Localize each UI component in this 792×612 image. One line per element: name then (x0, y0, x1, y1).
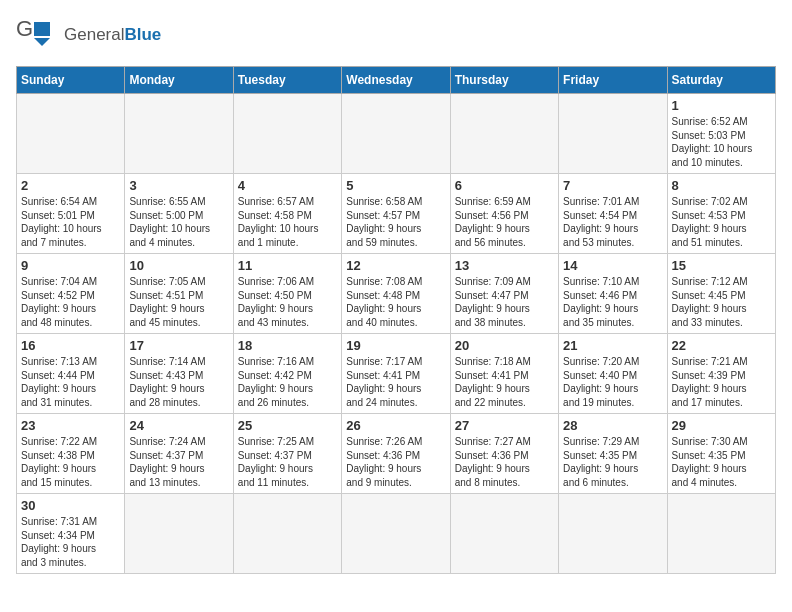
header-wednesday: Wednesday (342, 67, 450, 94)
day-cell: 4Sunrise: 6:57 AM Sunset: 4:58 PM Daylig… (233, 174, 341, 254)
day-info: Sunrise: 7:06 AM Sunset: 4:50 PM Dayligh… (238, 275, 337, 329)
day-cell: 15Sunrise: 7:12 AM Sunset: 4:45 PM Dayli… (667, 254, 775, 334)
day-info: Sunrise: 7:22 AM Sunset: 4:38 PM Dayligh… (21, 435, 120, 489)
day-number: 8 (672, 178, 771, 193)
day-number: 29 (672, 418, 771, 433)
day-cell: 24Sunrise: 7:24 AM Sunset: 4:37 PM Dayli… (125, 414, 233, 494)
day-info: Sunrise: 7:29 AM Sunset: 4:35 PM Dayligh… (563, 435, 662, 489)
week-row-5: 30Sunrise: 7:31 AM Sunset: 4:34 PM Dayli… (17, 494, 776, 574)
day-number: 22 (672, 338, 771, 353)
day-cell: 17Sunrise: 7:14 AM Sunset: 4:43 PM Dayli… (125, 334, 233, 414)
day-cell (450, 494, 558, 574)
calendar-table: SundayMondayTuesdayWednesdayThursdayFrid… (16, 66, 776, 574)
day-number: 14 (563, 258, 662, 273)
header-sunday: Sunday (17, 67, 125, 94)
day-number: 20 (455, 338, 554, 353)
day-info: Sunrise: 7:17 AM Sunset: 4:41 PM Dayligh… (346, 355, 445, 409)
day-info: Sunrise: 7:30 AM Sunset: 4:35 PM Dayligh… (672, 435, 771, 489)
day-number: 13 (455, 258, 554, 273)
day-info: Sunrise: 7:18 AM Sunset: 4:41 PM Dayligh… (455, 355, 554, 409)
day-number: 26 (346, 418, 445, 433)
day-cell (342, 94, 450, 174)
day-number: 19 (346, 338, 445, 353)
day-cell: 26Sunrise: 7:26 AM Sunset: 4:36 PM Dayli… (342, 414, 450, 494)
day-cell: 9Sunrise: 7:04 AM Sunset: 4:52 PM Daylig… (17, 254, 125, 334)
day-cell: 7Sunrise: 7:01 AM Sunset: 4:54 PM Daylig… (559, 174, 667, 254)
header-row: SundayMondayTuesdayWednesdayThursdayFrid… (17, 67, 776, 94)
day-info: Sunrise: 7:08 AM Sunset: 4:48 PM Dayligh… (346, 275, 445, 329)
day-number: 7 (563, 178, 662, 193)
week-row-2: 9Sunrise: 7:04 AM Sunset: 4:52 PM Daylig… (17, 254, 776, 334)
day-cell: 28Sunrise: 7:29 AM Sunset: 4:35 PM Dayli… (559, 414, 667, 494)
day-cell (233, 94, 341, 174)
day-number: 28 (563, 418, 662, 433)
day-cell: 18Sunrise: 7:16 AM Sunset: 4:42 PM Dayli… (233, 334, 341, 414)
day-cell: 13Sunrise: 7:09 AM Sunset: 4:47 PM Dayli… (450, 254, 558, 334)
day-cell (342, 494, 450, 574)
day-cell: 2Sunrise: 6:54 AM Sunset: 5:01 PM Daylig… (17, 174, 125, 254)
day-number: 18 (238, 338, 337, 353)
day-cell: 1Sunrise: 6:52 AM Sunset: 5:03 PM Daylig… (667, 94, 775, 174)
day-info: Sunrise: 7:21 AM Sunset: 4:39 PM Dayligh… (672, 355, 771, 409)
svg-marker-2 (34, 38, 50, 46)
day-cell: 27Sunrise: 7:27 AM Sunset: 4:36 PM Dayli… (450, 414, 558, 494)
day-number: 9 (21, 258, 120, 273)
day-cell: 25Sunrise: 7:25 AM Sunset: 4:37 PM Dayli… (233, 414, 341, 494)
day-cell (17, 94, 125, 174)
day-cell: 23Sunrise: 7:22 AM Sunset: 4:38 PM Dayli… (17, 414, 125, 494)
day-number: 1 (672, 98, 771, 113)
day-info: Sunrise: 7:31 AM Sunset: 4:34 PM Dayligh… (21, 515, 120, 569)
logo-svg: G (16, 16, 60, 54)
day-cell (450, 94, 558, 174)
day-info: Sunrise: 7:09 AM Sunset: 4:47 PM Dayligh… (455, 275, 554, 329)
day-cell: 3Sunrise: 6:55 AM Sunset: 5:00 PM Daylig… (125, 174, 233, 254)
day-number: 6 (455, 178, 554, 193)
day-info: Sunrise: 7:04 AM Sunset: 4:52 PM Dayligh… (21, 275, 120, 329)
day-number: 2 (21, 178, 120, 193)
day-cell (233, 494, 341, 574)
day-number: 30 (21, 498, 120, 513)
logo-blue: Blue (124, 25, 161, 44)
day-cell: 8Sunrise: 7:02 AM Sunset: 4:53 PM Daylig… (667, 174, 775, 254)
day-number: 27 (455, 418, 554, 433)
day-number: 23 (21, 418, 120, 433)
day-cell (125, 94, 233, 174)
day-cell: 22Sunrise: 7:21 AM Sunset: 4:39 PM Dayli… (667, 334, 775, 414)
week-row-0: 1Sunrise: 6:52 AM Sunset: 5:03 PM Daylig… (17, 94, 776, 174)
day-info: Sunrise: 6:58 AM Sunset: 4:57 PM Dayligh… (346, 195, 445, 249)
logo-general: General (64, 25, 124, 44)
day-cell: 12Sunrise: 7:08 AM Sunset: 4:48 PM Dayli… (342, 254, 450, 334)
day-number: 5 (346, 178, 445, 193)
day-number: 12 (346, 258, 445, 273)
header-saturday: Saturday (667, 67, 775, 94)
day-cell (125, 494, 233, 574)
day-cell: 14Sunrise: 7:10 AM Sunset: 4:46 PM Dayli… (559, 254, 667, 334)
day-info: Sunrise: 7:05 AM Sunset: 4:51 PM Dayligh… (129, 275, 228, 329)
header-friday: Friday (559, 67, 667, 94)
week-row-3: 16Sunrise: 7:13 AM Sunset: 4:44 PM Dayli… (17, 334, 776, 414)
day-info: Sunrise: 6:59 AM Sunset: 4:56 PM Dayligh… (455, 195, 554, 249)
day-number: 16 (21, 338, 120, 353)
day-number: 15 (672, 258, 771, 273)
day-info: Sunrise: 7:20 AM Sunset: 4:40 PM Dayligh… (563, 355, 662, 409)
day-info: Sunrise: 7:27 AM Sunset: 4:36 PM Dayligh… (455, 435, 554, 489)
day-cell: 6Sunrise: 6:59 AM Sunset: 4:56 PM Daylig… (450, 174, 558, 254)
svg-marker-1 (34, 22, 50, 36)
day-cell: 10Sunrise: 7:05 AM Sunset: 4:51 PM Dayli… (125, 254, 233, 334)
day-number: 17 (129, 338, 228, 353)
day-cell (559, 94, 667, 174)
day-info: Sunrise: 7:02 AM Sunset: 4:53 PM Dayligh… (672, 195, 771, 249)
day-cell: 11Sunrise: 7:06 AM Sunset: 4:50 PM Dayli… (233, 254, 341, 334)
day-info: Sunrise: 6:57 AM Sunset: 4:58 PM Dayligh… (238, 195, 337, 249)
day-info: Sunrise: 7:10 AM Sunset: 4:46 PM Dayligh… (563, 275, 662, 329)
logo: GGeneralBlue (16, 16, 161, 54)
day-cell (667, 494, 775, 574)
day-number: 4 (238, 178, 337, 193)
day-info: Sunrise: 7:01 AM Sunset: 4:54 PM Dayligh… (563, 195, 662, 249)
svg-text:G: G (16, 16, 33, 41)
week-row-1: 2Sunrise: 6:54 AM Sunset: 5:01 PM Daylig… (17, 174, 776, 254)
page-header: GGeneralBlue (16, 16, 776, 54)
header-monday: Monday (125, 67, 233, 94)
day-info: Sunrise: 6:54 AM Sunset: 5:01 PM Dayligh… (21, 195, 120, 249)
day-cell: 21Sunrise: 7:20 AM Sunset: 4:40 PM Dayli… (559, 334, 667, 414)
